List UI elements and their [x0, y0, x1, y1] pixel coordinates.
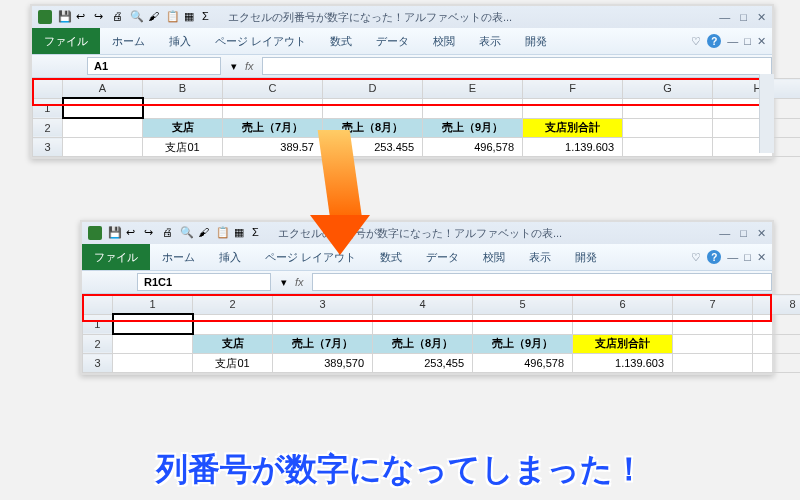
close-icon[interactable]: ✕	[757, 11, 766, 24]
tab-page-layout[interactable]: ページ レイアウト	[253, 246, 368, 269]
tab-formulas[interactable]: 数式	[318, 30, 364, 53]
cell[interactable]: 売上（9月）	[473, 334, 573, 354]
cell[interactable]	[623, 98, 713, 118]
minimize-icon[interactable]: —	[719, 227, 730, 240]
redo-icon[interactable]: ↪	[94, 10, 108, 24]
ribbon-close-icon[interactable]: ✕	[757, 35, 766, 48]
tab-developer[interactable]: 開発	[563, 246, 609, 269]
cell[interactable]	[523, 98, 623, 118]
spreadsheet-grid[interactable]: 1 2 3 4 5 6 7 8 1 2 支店 売上（7月） 売上（8月） 売上（…	[82, 294, 772, 373]
cell[interactable]	[713, 138, 801, 157]
cell[interactable]	[473, 314, 573, 334]
cell[interactable]: 496,578	[473, 354, 573, 373]
cell[interactable]: 支店01	[143, 138, 223, 157]
cell[interactable]	[63, 138, 143, 157]
col-header[interactable]: 5	[473, 295, 573, 315]
maximize-icon[interactable]: □	[740, 11, 747, 24]
cell-selected[interactable]	[63, 98, 143, 118]
redo-icon[interactable]: ↪	[144, 226, 158, 240]
tab-view[interactable]: 表示	[467, 30, 513, 53]
cell[interactable]	[63, 118, 143, 138]
tab-review[interactable]: 校閲	[471, 246, 517, 269]
formula-input[interactable]	[262, 57, 772, 75]
cell[interactable]: 売上（8月）	[373, 334, 473, 354]
close-icon[interactable]: ✕	[757, 227, 766, 240]
cell[interactable]: 253,455	[373, 354, 473, 373]
table-icon[interactable]: ▦	[234, 226, 248, 240]
cell[interactable]	[573, 314, 673, 334]
fx-icon[interactable]: fx	[237, 60, 262, 72]
file-tab[interactable]: ファイル	[32, 28, 100, 54]
help-icon[interactable]: ?	[707, 34, 721, 48]
col-header[interactable]: E	[423, 79, 523, 99]
row-header[interactable]: 1	[33, 98, 63, 118]
col-header[interactable]: D	[323, 79, 423, 99]
cell[interactable]	[323, 98, 423, 118]
col-header[interactable]: 2	[193, 295, 273, 315]
cell[interactable]	[753, 314, 801, 334]
col-header[interactable]: G	[623, 79, 713, 99]
row-header[interactable]: 1	[83, 314, 113, 334]
cell[interactable]: 支店	[143, 118, 223, 138]
tab-insert[interactable]: 挿入	[207, 246, 253, 269]
cell[interactable]	[753, 354, 801, 373]
row-header[interactable]: 2	[33, 118, 63, 138]
maximize-icon[interactable]: □	[740, 227, 747, 240]
favorite-icon[interactable]: ♡	[691, 251, 701, 264]
cell[interactable]: 売上（7月）	[223, 118, 323, 138]
row-header[interactable]: 3	[83, 354, 113, 373]
cell[interactable]	[113, 354, 193, 373]
cell[interactable]: 支店別合計	[523, 118, 623, 138]
cell[interactable]	[673, 314, 753, 334]
cell[interactable]	[193, 314, 273, 334]
tab-developer[interactable]: 開発	[513, 30, 559, 53]
cell[interactable]: 売上（8月）	[323, 118, 423, 138]
save-icon[interactable]: 💾	[108, 226, 122, 240]
spreadsheet-grid[interactable]: A B C D E F G H 1 2 支店 売上（7月） 売上（8月） 売上（…	[32, 78, 772, 157]
col-header[interactable]: F	[523, 79, 623, 99]
table-icon[interactable]: ▦	[184, 10, 198, 24]
cell[interactable]	[113, 334, 193, 354]
sum-icon[interactable]: Σ	[252, 226, 266, 240]
cell[interactable]: 389.57	[223, 138, 323, 157]
preview-icon[interactable]: 🔍	[180, 226, 194, 240]
cell[interactable]: 1.139.603	[523, 138, 623, 157]
cell[interactable]	[673, 354, 753, 373]
minimize-icon[interactable]: —	[719, 11, 730, 24]
paste-icon[interactable]: 📋	[216, 226, 230, 240]
ribbon-close-icon[interactable]: ✕	[757, 251, 766, 264]
cell[interactable]	[143, 98, 223, 118]
col-header[interactable]: 4	[373, 295, 473, 315]
cell[interactable]	[273, 314, 373, 334]
sum-icon[interactable]: Σ	[202, 10, 216, 24]
tab-page-layout[interactable]: ページ レイアウト	[203, 30, 318, 53]
tab-data[interactable]: データ	[414, 246, 471, 269]
col-header[interactable]: H	[713, 79, 801, 99]
cell[interactable]	[673, 334, 753, 354]
col-header[interactable]: A	[63, 79, 143, 99]
tab-review[interactable]: 校閲	[421, 30, 467, 53]
select-all-cell[interactable]	[33, 79, 63, 99]
select-all-cell[interactable]	[83, 295, 113, 315]
cell[interactable]	[713, 118, 801, 138]
save-icon[interactable]: 💾	[58, 10, 72, 24]
tab-home[interactable]: ホーム	[150, 246, 207, 269]
cell[interactable]	[223, 98, 323, 118]
help-icon[interactable]: ?	[707, 250, 721, 264]
cell-selected[interactable]	[113, 314, 193, 334]
tab-home[interactable]: ホーム	[100, 30, 157, 53]
tab-insert[interactable]: 挿入	[157, 30, 203, 53]
col-header[interactable]: 3	[273, 295, 373, 315]
cell[interactable]: 389,570	[273, 354, 373, 373]
paste-icon[interactable]: 📋	[166, 10, 180, 24]
name-box[interactable]: A1	[87, 57, 221, 75]
fx-icon[interactable]: fx	[287, 276, 312, 288]
print-icon[interactable]: 🖨	[162, 226, 176, 240]
row-header[interactable]: 3	[33, 138, 63, 157]
preview-icon[interactable]: 🔍	[130, 10, 144, 24]
quick-access-toolbar[interactable]: 💾 ↩ ↪ 🖨 🔍 🖌 📋 ▦ Σ	[108, 226, 266, 240]
tab-data[interactable]: データ	[364, 30, 421, 53]
col-header[interactable]: 6	[573, 295, 673, 315]
favorite-icon[interactable]: ♡	[691, 35, 701, 48]
cell[interactable]	[623, 138, 713, 157]
